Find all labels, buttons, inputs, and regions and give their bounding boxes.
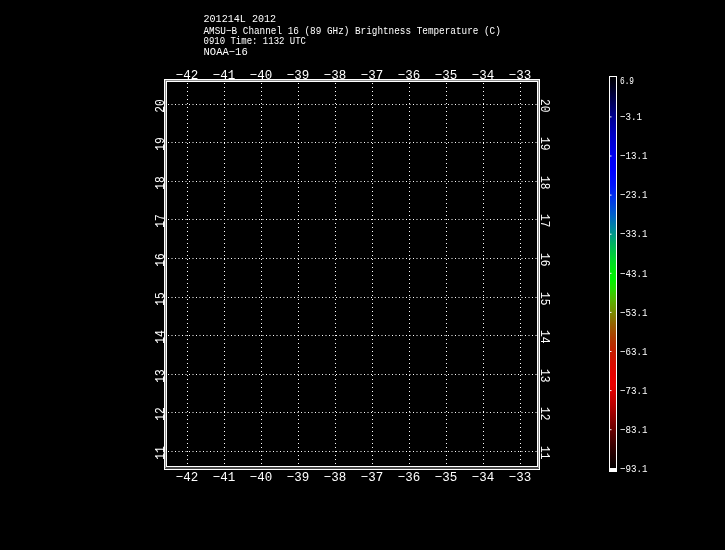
svg-text:−63.1: −63.1 [620, 346, 648, 358]
svg-text:14: 14 [537, 330, 552, 344]
svg-text:13: 13 [537, 369, 552, 383]
svg-text:−38: −38 [324, 470, 347, 485]
svg-text:−37: −37 [361, 68, 384, 83]
svg-text:15: 15 [153, 292, 168, 306]
svg-text:−73.1: −73.1 [620, 385, 648, 397]
svg-text:−36: −36 [398, 68, 421, 83]
svg-text:−33: −33 [509, 68, 532, 83]
svg-text:−35: −35 [435, 68, 458, 83]
svg-text:−41: −41 [213, 470, 236, 485]
svg-text:12: 12 [153, 407, 168, 421]
svg-text:20: 20 [153, 99, 168, 113]
svg-text:20: 20 [537, 99, 552, 113]
svg-text:−41: −41 [213, 68, 236, 83]
svg-text:−39: −39 [287, 470, 310, 485]
svg-text:NOAA−16: NOAA−16 [204, 46, 248, 58]
svg-text:12: 12 [537, 407, 552, 421]
svg-text:16: 16 [153, 253, 168, 267]
svg-text:201214L 2012: 201214L 2012 [204, 13, 277, 25]
svg-text:−40: −40 [250, 470, 273, 485]
svg-text:19: 19 [537, 137, 552, 151]
svg-text:−13.1: −13.1 [620, 150, 648, 162]
svg-text:−3.1: −3.1 [620, 111, 642, 123]
svg-text:−42: −42 [176, 68, 199, 83]
svg-text:−34: −34 [472, 68, 495, 83]
svg-text:−37: −37 [361, 470, 384, 485]
svg-text:15: 15 [537, 292, 552, 306]
svg-text:18: 18 [537, 176, 552, 190]
svg-text:11: 11 [153, 446, 168, 460]
svg-text:17: 17 [537, 214, 552, 228]
svg-text:−83.1: −83.1 [620, 424, 648, 436]
svg-text:14: 14 [153, 330, 168, 344]
svg-text:13: 13 [153, 369, 168, 383]
svg-text:6.9: 6.9 [620, 75, 634, 87]
svg-text:−40: −40 [250, 68, 273, 83]
svg-text:16: 16 [537, 253, 552, 267]
svg-text:17: 17 [153, 214, 168, 228]
svg-text:−42: −42 [176, 470, 199, 485]
svg-text:−53.1: −53.1 [620, 307, 648, 319]
svg-text:−93.1: −93.1 [620, 463, 648, 475]
svg-text:−35: −35 [435, 470, 458, 485]
svg-text:11: 11 [537, 446, 552, 460]
svg-text:−33.1: −33.1 [620, 228, 648, 240]
svg-text:−23.1: −23.1 [620, 189, 648, 201]
svg-text:18: 18 [153, 176, 168, 190]
svg-text:−43.1: −43.1 [620, 268, 648, 280]
svg-text:19: 19 [153, 137, 168, 151]
svg-text:−39: −39 [287, 68, 310, 83]
svg-text:−38: −38 [324, 68, 347, 83]
svg-text:−33: −33 [509, 470, 532, 485]
svg-text:−34: −34 [472, 470, 495, 485]
svg-text:−36: −36 [398, 470, 421, 485]
